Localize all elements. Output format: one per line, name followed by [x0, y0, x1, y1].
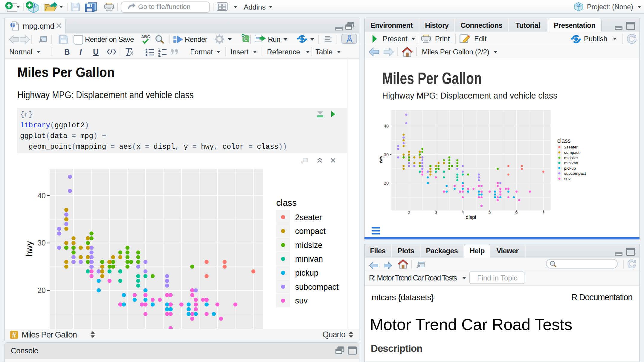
- svg-text:hwy: hwy: [378, 155, 384, 165]
- svg-text:suv: suv: [295, 296, 308, 305]
- svg-text:compact: compact: [295, 227, 326, 236]
- svg-text:40: 40: [37, 191, 46, 200]
- svg-text:hwy: hwy: [25, 241, 34, 257]
- svg-text:4: 4: [462, 210, 464, 215]
- svg-text:compact: compact: [564, 150, 579, 155]
- svg-text:2: 2: [158, 53, 160, 56]
- svg-text:6: 6: [515, 210, 518, 215]
- svg-text:20: 20: [37, 286, 46, 294]
- svg-text:pickup: pickup: [295, 269, 318, 277]
- svg-text:20: 20: [384, 181, 389, 185]
- svg-text:2seater: 2seater: [295, 213, 322, 222]
- svg-text:displ: displ: [466, 214, 476, 220]
- svg-text:subcompact: subcompact: [564, 171, 586, 176]
- svg-text:3: 3: [435, 210, 437, 215]
- svg-text:midsize: midsize: [295, 241, 323, 250]
- svg-text:30: 30: [384, 152, 389, 157]
- svg-text:40: 40: [384, 124, 389, 128]
- svg-text:subcompact: subcompact: [295, 283, 339, 292]
- svg-text:C: C: [244, 36, 248, 42]
- svg-text:2: 2: [408, 210, 410, 215]
- svg-text:class: class: [276, 198, 297, 208]
- svg-text:minivan: minivan: [295, 254, 323, 263]
- svg-text:30: 30: [37, 239, 46, 247]
- svg-text:1: 1: [158, 48, 160, 51]
- svg-text:ABC: ABC: [141, 34, 150, 39]
- svg-text:pickup: pickup: [564, 166, 576, 171]
- svg-text:R: R: [577, 2, 581, 7]
- svg-text:2seater: 2seater: [564, 145, 578, 149]
- svg-text:5: 5: [489, 210, 491, 215]
- svg-text:class: class: [557, 137, 571, 144]
- svg-text:midsize: midsize: [564, 156, 578, 160]
- svg-text:minivan: minivan: [564, 161, 578, 165]
- svg-text:suv: suv: [564, 177, 570, 181]
- svg-text:7: 7: [542, 210, 544, 215]
